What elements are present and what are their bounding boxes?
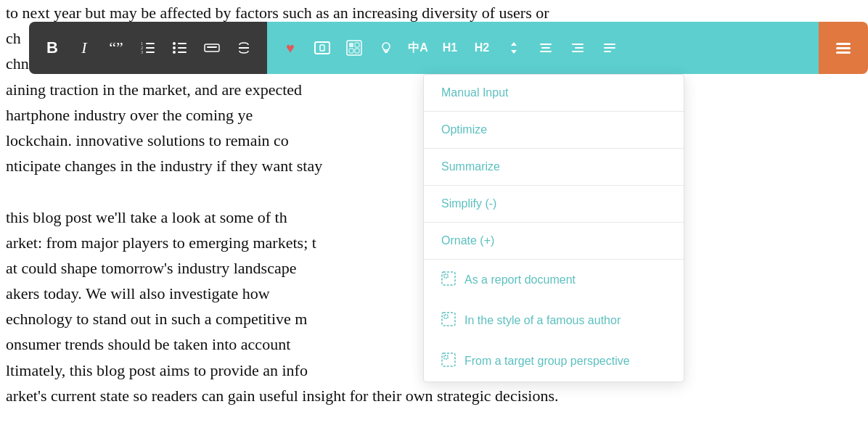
bracket-button[interactable] (308, 31, 337, 65)
quote-button[interactable]: “” (102, 31, 131, 65)
svg-point-11 (173, 51, 176, 54)
svg-rect-18 (355, 43, 359, 47)
dropdown-menu: Manual Input Optimize Summarize Simplify… (423, 74, 684, 382)
svg-rect-26 (572, 44, 584, 45)
svg-rect-17 (349, 43, 353, 47)
svg-rect-0 (146, 43, 155, 44)
svg-rect-31 (604, 51, 611, 52)
svg-rect-34 (836, 51, 851, 54)
target-group-icon (441, 353, 456, 370)
ordered-list-button[interactable]: 1 2 3 (134, 31, 163, 65)
justify-button[interactable] (595, 31, 624, 65)
svg-point-9 (173, 42, 176, 45)
translate-button[interactable]: 中A (404, 31, 433, 65)
toolbar-orange-section (819, 22, 868, 74)
unordered-list-button[interactable] (165, 31, 195, 65)
ornate-item[interactable]: Ornate (+) (424, 223, 684, 259)
hamburger-menu-button[interactable] (829, 31, 858, 65)
toolbar-teal-section: ♥ 中A H1 H2 (267, 22, 819, 74)
lightbulb-button[interactable] (372, 31, 401, 65)
svg-rect-22 (385, 51, 388, 53)
bold-button[interactable]: B (38, 31, 67, 65)
svg-rect-20 (355, 49, 359, 53)
svg-rect-19 (349, 49, 353, 53)
svg-rect-27 (575, 47, 584, 49)
svg-rect-24 (541, 47, 550, 49)
svg-rect-36 (444, 274, 448, 278)
svg-rect-25 (540, 51, 552, 52)
strikethrough-button[interactable] (229, 31, 258, 65)
svg-rect-14 (315, 42, 329, 54)
align-right-button[interactable] (563, 31, 592, 65)
svg-point-10 (173, 46, 176, 49)
italic-button[interactable]: I (70, 31, 99, 65)
svg-rect-37 (442, 313, 455, 326)
svg-rect-30 (604, 47, 615, 49)
svg-rect-7 (178, 47, 187, 49)
manual-input-item[interactable]: Manual Input (424, 75, 684, 111)
svg-rect-40 (444, 355, 448, 359)
h2-button[interactable]: H2 (467, 31, 496, 65)
toolbar: B I “” 1 2 3 (29, 22, 868, 74)
optimize-item[interactable]: Optimize (424, 112, 684, 148)
svg-rect-32 (836, 43, 851, 45)
svg-rect-2 (146, 51, 155, 53)
text-line-16: arket's current state so readers can gai… (6, 383, 862, 408)
svg-rect-38 (444, 315, 448, 318)
svg-rect-15 (320, 45, 324, 51)
target-group-item[interactable]: From a target group perspective (424, 341, 684, 382)
sort-button[interactable] (499, 31, 528, 65)
svg-rect-13 (207, 46, 217, 48)
svg-rect-28 (572, 51, 584, 52)
svg-rect-35 (442, 272, 455, 285)
summarize-item[interactable]: Summarize (424, 149, 684, 185)
simplify-item[interactable]: Simplify (-) (424, 186, 684, 222)
famous-author-item[interactable]: In the style of a famous author (424, 300, 684, 341)
report-document-icon (441, 271, 456, 289)
svg-rect-6 (178, 43, 187, 44)
svg-rect-23 (540, 44, 552, 45)
align-center-button[interactable] (531, 31, 560, 65)
report-document-item[interactable]: As a report document (424, 260, 684, 300)
svg-rect-33 (836, 47, 851, 49)
svg-text:3: 3 (141, 50, 143, 54)
blockquote-button[interactable] (197, 31, 226, 65)
grid-button[interactable] (340, 31, 369, 65)
h1-button[interactable]: H1 (435, 31, 464, 65)
heart-button[interactable]: ♥ (276, 31, 305, 65)
svg-rect-1 (146, 47, 155, 49)
svg-rect-39 (442, 353, 455, 366)
svg-rect-29 (604, 44, 615, 45)
toolbar-dark-section: B I “” 1 2 3 (29, 22, 267, 74)
famous-author-icon (441, 312, 456, 329)
svg-point-21 (382, 43, 390, 50)
svg-rect-8 (178, 51, 187, 53)
